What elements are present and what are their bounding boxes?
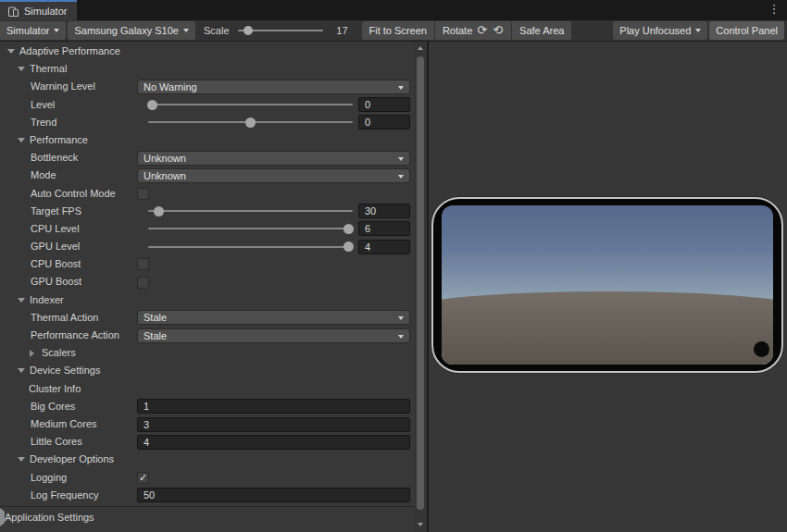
- bottleneck-control: Unknown: [137, 151, 410, 166]
- control-panel-pane: Adaptive PerformanceThermalWarning Level…: [0, 42, 429, 532]
- cpu-level-value-field[interactable]: 6: [358, 221, 410, 236]
- row-logging: Logging✓: [0, 469, 427, 487]
- warning-level-dropdown[interactable]: No Warning: [137, 80, 410, 94]
- device-select-button[interactable]: Samsung Galaxy S10e: [68, 21, 195, 40]
- device-screen[interactable]: [442, 205, 773, 365]
- logging-checkbox[interactable]: ✓: [137, 472, 149, 484]
- play-unfocused-button[interactable]: Play Unfocused: [613, 21, 707, 40]
- label-application-settings[interactable]: Application Settings: [5, 512, 94, 523]
- level-value-field[interactable]: 0: [358, 97, 410, 112]
- slider-knob[interactable]: [344, 224, 354, 234]
- scale-slider-knob[interactable]: [244, 26, 253, 35]
- row-little-cores: Little Cores4: [0, 433, 427, 451]
- simulator-menu-button[interactable]: Simulator: [0, 21, 66, 40]
- thermal-foldout-arrow-icon[interactable]: [18, 67, 25, 71]
- row-big-cores: Big Cores1: [0, 398, 427, 415]
- slider-knob[interactable]: [147, 100, 157, 110]
- safe-area-button[interactable]: Safe Area: [511, 21, 571, 40]
- gpu-boost-control: [137, 275, 410, 290]
- label-warning-level: Warning Level: [31, 78, 95, 95]
- label-logging: Logging: [31, 469, 67, 487]
- trend-slider[interactable]: [148, 115, 353, 130]
- label-device-settings[interactable]: Device Settings: [30, 362, 100, 379]
- slider-knob[interactable]: [154, 206, 164, 217]
- log-frequency-field[interactable]: 50: [137, 488, 410, 502]
- kebab-menu-icon[interactable]: ⋮: [767, 1, 781, 18]
- simulator-window: Simulator ⋮ Simulator Samsung Galaxy S10…: [0, 0, 787, 532]
- label-indexer[interactable]: Indexer: [30, 291, 64, 309]
- thermal-action-control: Stale: [137, 310, 410, 325]
- slider-knob[interactable]: [245, 118, 256, 128]
- trend-value-field[interactable]: 0: [358, 115, 410, 130]
- chevron-down-icon: [398, 157, 404, 161]
- developer-options-foldout-arrow-icon[interactable]: [18, 457, 25, 462]
- label-developer-options[interactable]: Developer Options: [30, 451, 114, 468]
- auto-control-mode-checkbox[interactable]: [137, 188, 149, 200]
- label-trend: Trend: [31, 114, 56, 131]
- scalers-foldout-arrow-icon[interactable]: [30, 350, 34, 357]
- gpu-level-slider[interactable]: [148, 240, 353, 254]
- label-thermal[interactable]: Thermal: [30, 60, 67, 78]
- scale-value: 17: [331, 25, 348, 36]
- scene-ground: [442, 291, 773, 365]
- fit-to-screen-button[interactable]: Fit to Screen: [362, 21, 434, 40]
- label-gpu-level: GPU Level: [31, 238, 80, 255]
- device-frame: [431, 197, 783, 373]
- row-bottleneck: BottleneckUnknown: [0, 149, 427, 167]
- label-little-cores: Little Cores: [31, 433, 82, 451]
- scroll-down-icon[interactable]: [418, 523, 423, 526]
- scale-slider[interactable]: [238, 30, 323, 31]
- row-performance-action: Performance ActionStale: [0, 327, 427, 344]
- little-cores-control: 4: [137, 435, 410, 450]
- cpu-level-slider[interactable]: [148, 221, 353, 236]
- target-fps-value-field[interactable]: 30: [358, 204, 410, 218]
- label-target-fps: Target FPS: [31, 203, 81, 220]
- rotate-controls: Rotate ⟳ ⟲: [434, 21, 511, 40]
- performance-action-dropdown[interactable]: Stale: [137, 328, 410, 343]
- cpu-level-control: 6: [137, 221, 410, 236]
- label-auto-control-mode: Auto Control Mode: [31, 185, 116, 203]
- row-performance: Performance: [0, 131, 427, 149]
- label-medium-cores: Medium Cores: [31, 415, 97, 433]
- control-panel-button[interactable]: Control Panel: [709, 21, 784, 40]
- slider-knob[interactable]: [344, 241, 354, 252]
- row-cpu-boost: CPU Boost: [0, 255, 427, 273]
- row-auto-control-mode: Auto Control Mode: [0, 185, 427, 203]
- device-settings-foldout-arrow-icon[interactable]: [18, 368, 25, 373]
- big-cores-field[interactable]: 1: [137, 399, 410, 414]
- vertical-scrollbar[interactable]: [414, 42, 426, 532]
- row-target-fps: Target FPS30: [0, 203, 427, 220]
- device-viewport[interactable]: [429, 42, 787, 532]
- mode-dropdown[interactable]: Unknown: [137, 168, 410, 183]
- thermal-action-dropdown[interactable]: Stale: [137, 310, 410, 325]
- medium-cores-control: 3: [137, 417, 410, 432]
- indexer-foldout-arrow-icon[interactable]: [18, 298, 25, 303]
- tab-bar: Simulator ⋮: [0, 0, 787, 20]
- label-scalers[interactable]: Scalers: [42, 344, 76, 362]
- performance-foldout-arrow-icon[interactable]: [18, 138, 25, 142]
- label-bottleneck: Bottleneck: [31, 149, 78, 167]
- adaptive-performance-foldout-arrow-icon[interactable]: [7, 49, 15, 54]
- scroll-up-icon[interactable]: [418, 46, 423, 50]
- gpu-level-value-field[interactable]: 4: [358, 240, 410, 254]
- label-mode: Mode: [31, 167, 56, 184]
- warning-level-control: No Warning: [137, 80, 410, 94]
- cpu-boost-checkbox[interactable]: [137, 258, 149, 270]
- tab-simulator[interactable]: Simulator: [0, 0, 77, 20]
- level-slider[interactable]: [148, 97, 353, 112]
- gpu-boost-checkbox[interactable]: [137, 277, 149, 289]
- label-performance[interactable]: Performance: [30, 131, 88, 149]
- little-cores-field[interactable]: 4: [137, 435, 410, 450]
- cpu-boost-control: [137, 257, 410, 272]
- label-thermal-action: Thermal Action: [31, 309, 98, 327]
- label-adaptive-performance[interactable]: Adaptive Performance: [19, 43, 120, 60]
- scrollbar-thumb[interactable]: [417, 56, 424, 510]
- level-control: 0: [137, 97, 410, 112]
- rotate-clockwise-icon[interactable]: ⟳: [476, 24, 488, 36]
- label-cluster-info: Cluster Info: [29, 380, 81, 398]
- target-fps-slider[interactable]: [148, 204, 353, 218]
- bottleneck-dropdown[interactable]: Unknown: [137, 151, 410, 166]
- medium-cores-field[interactable]: 3: [137, 417, 410, 432]
- row-adaptive-performance: Adaptive Performance: [0, 43, 427, 60]
- rotate-counterclockwise-icon[interactable]: ⟲: [492, 24, 504, 36]
